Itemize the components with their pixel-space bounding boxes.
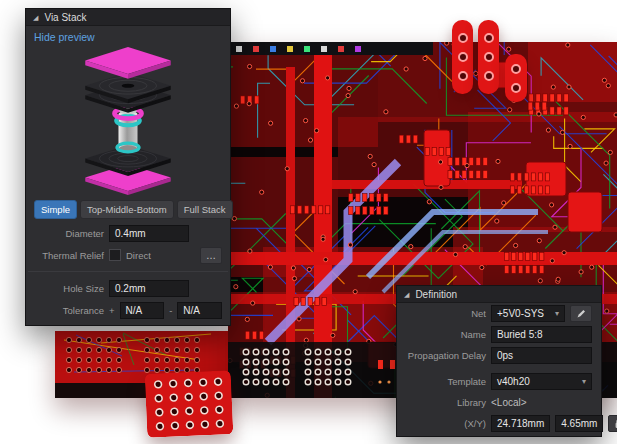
chevron-down-icon: ▾ [551, 309, 559, 318]
via-stack-panel-title: Via Stack [44, 12, 86, 23]
propagation-delay-input[interactable]: 0ps [491, 347, 592, 364]
tab-simple[interactable]: Simple [34, 200, 77, 219]
hole-size-row: Hole Size 0.2mm [26, 277, 230, 299]
connector-hole [458, 52, 468, 62]
library-label: Library [406, 397, 486, 408]
definition-panel-title: Definition [415, 289, 457, 300]
hero-composite: ◢ Via Stack Hide preview [0, 0, 617, 444]
tolerance-plus-input[interactable]: N/A [120, 302, 165, 319]
y-coordinate-input[interactable]: 4.65mm [555, 415, 603, 432]
chevron-down-icon: ▾ [578, 377, 586, 386]
tab-top-middle-bottom[interactable]: Top-Middle-Bottom [80, 200, 174, 219]
xy-label: (X/Y) [406, 418, 486, 429]
small-pcb-module [145, 370, 234, 438]
hide-preview-link[interactable]: Hide preview [26, 26, 230, 43]
x-coordinate-input[interactable]: 24.718mm [491, 415, 550, 432]
direct-checkbox-label: Direct [126, 250, 151, 261]
net-label: Net [406, 308, 486, 319]
connector-hole [484, 52, 494, 62]
library-value: <Local> [491, 397, 527, 408]
lock-position-button[interactable] [608, 415, 617, 432]
edit-pencil-icon [576, 308, 587, 319]
tolerance-label: Tolerance [34, 305, 104, 316]
thermal-relief-label: Thermal Relief [34, 250, 104, 261]
via-stack-3d-preview [64, 43, 192, 195]
name-input[interactable]: Buried 5:8 [491, 326, 592, 343]
connector-hole [484, 33, 494, 43]
template-value: v40h20 [497, 376, 530, 387]
name-label: Name [406, 329, 486, 340]
net-dropdown[interactable]: +5V0-SYS ▾ [491, 305, 565, 322]
pcb-connector-strip [505, 54, 527, 102]
thermal-relief-more-button[interactable]: … [200, 247, 222, 264]
xy-row: (X/Y) 24.718mm 4.65mm [397, 413, 601, 434]
hole-size-label: Hole Size [34, 283, 104, 294]
tolerance-minus-sign: - [169, 305, 172, 316]
template-row: Template v40h20 ▾ [397, 371, 601, 392]
edit-net-button[interactable] [570, 305, 592, 322]
connector-hole [458, 71, 468, 81]
collapse-triangle-icon: ◢ [404, 291, 409, 298]
tolerance-row: Tolerance + N/A - N/A [26, 299, 230, 321]
connector-hole [458, 33, 468, 43]
collapse-triangle-icon: ◢ [33, 14, 38, 21]
net-value: +5V0-SYS [497, 308, 544, 319]
library-row: Library <Local> [397, 392, 601, 413]
template-label: Template [406, 376, 486, 387]
propagation-delay-row: Propagation Delay 0ps [397, 345, 601, 366]
name-row: Name Buried 5:8 [397, 324, 601, 345]
diameter-label: Diameter [34, 228, 104, 239]
propagation-delay-label: Propagation Delay [406, 350, 486, 361]
via-stack-panel: ◢ Via Stack Hide preview [25, 8, 231, 326]
diameter-input[interactable]: 0.4mm [109, 225, 189, 242]
section-divider [28, 271, 228, 272]
connector-hole [484, 71, 494, 81]
connector-hole [511, 83, 521, 93]
tolerance-minus-input[interactable]: N/A [177, 302, 222, 319]
template-dropdown[interactable]: v40h20 ▾ [491, 373, 592, 390]
definition-panel: ◢ Definition Net +5V0-SYS ▾ Name Buried … [396, 285, 602, 437]
pcb-connector-strip [452, 20, 473, 94]
via-mode-tabs: Simple Top-Middle-Bottom Full Stack [26, 195, 230, 222]
net-row: Net +5V0-SYS ▾ [397, 303, 601, 324]
tab-full-stack[interactable]: Full Stack [177, 200, 233, 219]
definition-section-header[interactable]: ◢ Definition [397, 286, 601, 303]
tolerance-plus-sign: + [109, 305, 115, 316]
direct-checkbox[interactable] [109, 249, 121, 261]
pcb-connector-strip [478, 20, 499, 94]
connector-hole [511, 64, 521, 74]
via-stack-section-header[interactable]: ◢ Via Stack [26, 9, 230, 26]
thermal-relief-row: Thermal Relief Direct … [26, 244, 230, 266]
diameter-row: Diameter 0.4mm [26, 222, 230, 244]
hole-size-input[interactable]: 0.2mm [109, 280, 189, 297]
